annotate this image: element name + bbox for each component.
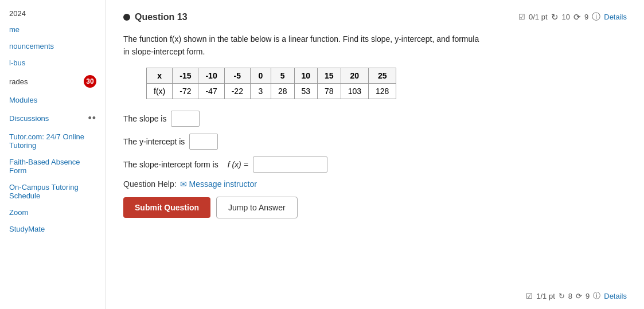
table-header-col2: -10 — [198, 68, 224, 83]
score-display: 0/1 pt — [529, 13, 548, 21]
bottom-checkbox-icon: ☑ — [526, 292, 533, 300]
table-header-col5: 5 — [271, 68, 294, 83]
sidebar: 2024 me nouncements l-bus rades 30 Modul… — [0, 0, 106, 309]
table-header-col9: 25 — [369, 68, 396, 83]
table-val-9: 128 — [369, 83, 396, 99]
sidebar-item-faith[interactable]: Faith-Based Absence Form — [0, 154, 106, 179]
slope-input[interactable] — [171, 111, 200, 127]
envelope-icon: ✉ — [180, 179, 187, 189]
slope-label: The slope is — [123, 114, 166, 123]
table-val-2: -47 — [198, 83, 224, 99]
sidebar-item-label-studymate: StudyMate — [9, 225, 45, 233]
sidebar-item-studymate[interactable]: StudyMate — [0, 221, 106, 237]
table-val-3: -22 — [224, 83, 250, 99]
bottom-submissions: 9 — [586, 292, 590, 300]
sidebar-item-label-discussions: Discussions — [9, 114, 49, 123]
table-val-5: 28 — [271, 83, 294, 99]
sidebar-year: 2024 — [0, 6, 106, 21]
sidebar-item-label-zoom: Zoom — [9, 208, 28, 217]
slope-intercept-label: The slope-intercept form is — [123, 160, 218, 169]
table-header-col8: 20 — [341, 68, 368, 83]
y-intercept-input[interactable] — [189, 134, 218, 150]
bottom-refresh-icon: ⟳ — [576, 292, 582, 300]
sidebar-item-me[interactable]: me — [0, 21, 106, 38]
question-meta: ☑ 0/1 pt ↻ 10 ⟳ 9 ⓘ Details — [518, 11, 627, 22]
sidebar-item-label-me: me — [9, 25, 19, 34]
function-table: x -15 -10 -5 0 5 10 15 20 25 f(x) -72 -4… — [146, 68, 396, 99]
message-instructor-link[interactable]: ✉ Message instructor — [180, 179, 257, 189]
table-header-col3: -5 — [224, 68, 250, 83]
bottom-retries: 8 — [568, 292, 572, 300]
question-body: The function f(x) shown in the table bel… — [123, 33, 627, 58]
buttons-row: Submit Question Jump to Answer — [123, 197, 627, 218]
sidebar-item-label-grades: rades — [9, 77, 28, 86]
question-bullet-icon — [123, 14, 130, 21]
sidebar-item-tutor[interactable]: Tutor.com: 24/7 Online Tutoring — [0, 128, 106, 154]
dots-icon: •• — [88, 112, 96, 124]
checkbox-icon: ☑ — [518, 13, 525, 21]
sidebar-item-label-announcements: nouncements — [9, 42, 54, 50]
clock-icon: ↻ — [551, 12, 559, 22]
message-label: Message instructor — [189, 179, 257, 189]
bottom-details-link[interactable]: Details — [604, 292, 627, 300]
table-val-6: 53 — [294, 83, 318, 99]
slope-intercept-input[interactable] — [253, 157, 327, 173]
sidebar-item-grades[interactable]: rades 30 — [0, 71, 106, 92]
table-header-col7: 15 — [318, 68, 341, 83]
table-header-row: x -15 -10 -5 0 5 10 15 20 25 — [147, 68, 396, 83]
slope-row: The slope is — [123, 111, 627, 127]
table-fx-label: f(x) — [147, 83, 173, 99]
table-header-col6: 10 — [294, 68, 318, 83]
body-line2: in slope-intercept form. — [123, 47, 205, 56]
sidebar-item-label-syllabus: l-bus — [9, 58, 25, 67]
table-data-row: f(x) -72 -47 -22 3 28 53 78 103 128 — [147, 83, 396, 99]
sidebar-item-announcements[interactable]: nouncements — [0, 38, 106, 54]
sidebar-item-label-tutoring: On-Campus Tutoring Schedule — [9, 183, 96, 200]
sidebar-item-zoom[interactable]: Zoom — [0, 204, 106, 221]
submit-question-button[interactable]: Submit Question — [123, 197, 210, 218]
submissions-display: 9 — [584, 13, 588, 21]
sidebar-item-syllabus[interactable]: l-bus — [0, 54, 106, 71]
sidebar-item-discussions[interactable]: Discussions •• — [0, 108, 106, 128]
question-number: Question 13 — [135, 12, 188, 22]
bottom-meta: ☑ 1/1 pt ↻ 8 ⟳ 9 ⓘ Details — [526, 291, 627, 301]
bottom-info-icon: ⓘ — [593, 291, 600, 301]
table-header-col4: 0 — [250, 68, 271, 83]
grades-badge: 30 — [84, 75, 96, 88]
bottom-clock-icon: ↻ — [559, 292, 565, 300]
table-val-8: 103 — [341, 83, 368, 99]
y-intercept-label: The y-intercept is — [123, 137, 185, 146]
table-val-4: 3 — [250, 83, 271, 99]
question-help: Question Help: ✉ Message instructor — [123, 179, 627, 189]
bottom-score: 1/1 pt — [536, 292, 555, 300]
table-header-x: x — [147, 68, 173, 83]
main-content: Question 13 ☑ 0/1 pt ↻ 10 ⟳ 9 ⓘ Details … — [106, 0, 644, 309]
help-label: Question Help: — [123, 179, 177, 189]
sidebar-item-label-tutor: Tutor.com: 24/7 Online Tutoring — [9, 132, 96, 150]
jump-to-answer-button[interactable]: Jump to Answer — [216, 197, 298, 218]
y-intercept-row: The y-intercept is — [123, 134, 627, 150]
question-header: Question 13 ☑ 0/1 pt ↻ 10 ⟳ 9 ⓘ Details — [123, 11, 627, 22]
refresh-icon: ⟳ — [573, 12, 581, 22]
slope-intercept-row: The slope-intercept form is f (x) = — [123, 157, 627, 173]
details-link[interactable]: Details — [604, 13, 627, 21]
table-val-7: 78 — [318, 83, 341, 99]
sidebar-item-label-modules: Modules — [9, 96, 37, 104]
sidebar-item-label-faith: Faith-Based Absence Form — [9, 158, 96, 175]
sidebar-item-tutoring[interactable]: On-Campus Tutoring Schedule — [0, 179, 106, 204]
table-val-1: -72 — [173, 83, 198, 99]
info-icon: ⓘ — [592, 11, 600, 22]
body-line1: The function f(x) shown in the table bel… — [123, 34, 479, 44]
retries-display: 10 — [562, 13, 570, 21]
sidebar-item-modules[interactable]: Modules — [0, 92, 106, 108]
fx-label: f (x) = — [225, 160, 248, 169]
table-header-col1: -15 — [173, 68, 198, 83]
question-title-row: Question 13 — [123, 12, 188, 22]
